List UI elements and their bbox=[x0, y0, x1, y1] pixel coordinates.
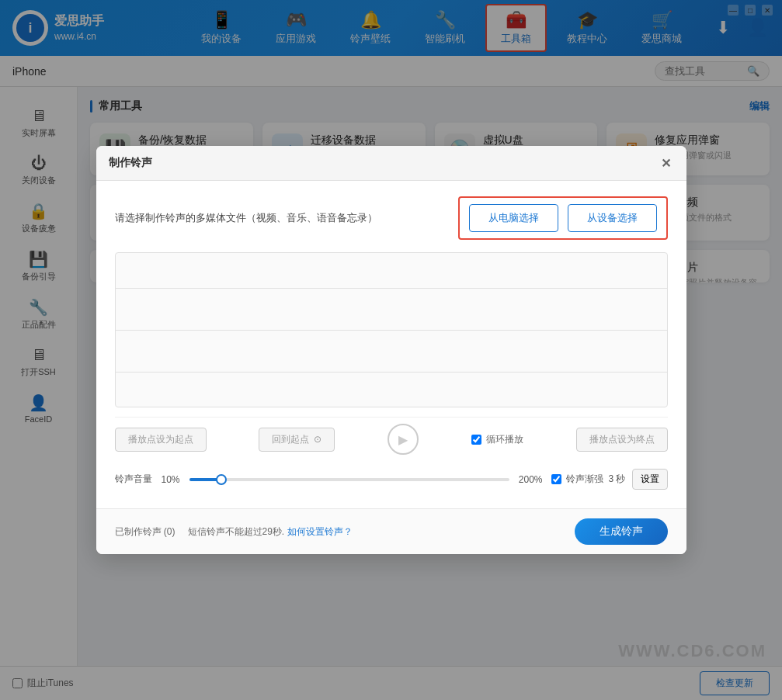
playback-controls: 播放点设为起点 回到起点 ⊙ ▶ 循环播放 播放点设为终点 bbox=[115, 417, 668, 461]
modal-body: 请选择制作铃声的多媒体文件（视频、音乐、语音备忘录） 从电脑选择 从设备选择 播… bbox=[96, 181, 686, 508]
generate-ringtone-button[interactable]: 生成铃声 bbox=[575, 518, 668, 545]
made-count: 已制作铃声 (0) bbox=[115, 525, 176, 539]
modal-prompt: 请选择制作铃声的多媒体文件（视频、音乐、语音备忘录） bbox=[115, 211, 377, 225]
play-button[interactable]: ▶ bbox=[388, 424, 419, 455]
volume-handle[interactable] bbox=[216, 474, 227, 485]
waveform-line bbox=[116, 288, 667, 289]
volume-slider[interactable] bbox=[189, 478, 509, 481]
waveform-divider bbox=[116, 330, 667, 331]
modal-overlay[interactable]: 制作铃声 ✕ 请选择制作铃声的多媒体文件（视频、音乐、语音备忘录） 从电脑选择 … bbox=[0, 0, 782, 700]
waveform-line-2 bbox=[116, 372, 667, 373]
volume-label: 铃声音量 bbox=[115, 473, 152, 486]
modal-header: 制作铃声 ✕ bbox=[96, 146, 686, 181]
from-device-button[interactable]: 从设备选择 bbox=[568, 204, 657, 232]
footer-note: 短信铃声不能超过29秒. 如何设置铃声？ bbox=[188, 525, 353, 539]
waveform-area bbox=[115, 252, 668, 407]
footer-right: 生成铃声 bbox=[575, 518, 668, 545]
modal-footer: 已制作铃声 (0) 短信铃声不能超过29秒. 如何设置铃声？ 生成铃声 bbox=[96, 508, 686, 554]
footer-left: 已制作铃声 (0) 短信铃声不能超过29秒. 如何设置铃声？ bbox=[115, 525, 353, 539]
modal-source-buttons: 从电脑选择 从设备选择 bbox=[458, 196, 668, 240]
loop-play-checkbox[interactable]: 循环播放 bbox=[471, 433, 523, 446]
back-to-start-button[interactable]: 回到起点 ⊙ bbox=[259, 428, 335, 452]
make-ringtone-modal: 制作铃声 ✕ 请选择制作铃声的多媒体文件（视频、音乐、语音备忘录） 从电脑选择 … bbox=[96, 146, 686, 554]
volume-row: 铃声音量 10% 200% 铃声渐强 3 秒 设置 bbox=[115, 461, 668, 493]
modal-close-button[interactable]: ✕ bbox=[659, 155, 674, 171]
fade-label: 铃声渐强 bbox=[566, 473, 603, 486]
fade-settings-button[interactable]: 设置 bbox=[632, 469, 668, 490]
set-start-button[interactable]: 播放点设为起点 bbox=[115, 428, 207, 452]
fade-checkbox[interactable] bbox=[551, 474, 561, 484]
play-icon: ▶ bbox=[398, 432, 408, 447]
circle-icon: ⊙ bbox=[314, 434, 321, 445]
how-to-set-ringtone-link[interactable]: 如何设置铃声？ bbox=[287, 526, 353, 537]
modal-title: 制作铃声 bbox=[109, 156, 152, 170]
volume-min: 10% bbox=[162, 474, 180, 485]
volume-max: 200% bbox=[519, 474, 543, 485]
waveform-inner-2 bbox=[116, 337, 667, 407]
modal-top-row: 请选择制作铃声的多媒体文件（视频、音乐、语音备忘录） 从电脑选择 从设备选择 bbox=[115, 196, 668, 240]
set-end-button[interactable]: 播放点设为终点 bbox=[576, 428, 668, 452]
from-computer-button[interactable]: 从电脑选择 bbox=[469, 204, 558, 232]
fade-seconds: 3 秒 bbox=[608, 473, 625, 486]
loop-checkbox-input[interactable] bbox=[471, 435, 481, 445]
waveform-inner bbox=[116, 253, 667, 324]
ringtone-fade-row: 铃声渐强 3 秒 bbox=[551, 473, 625, 486]
